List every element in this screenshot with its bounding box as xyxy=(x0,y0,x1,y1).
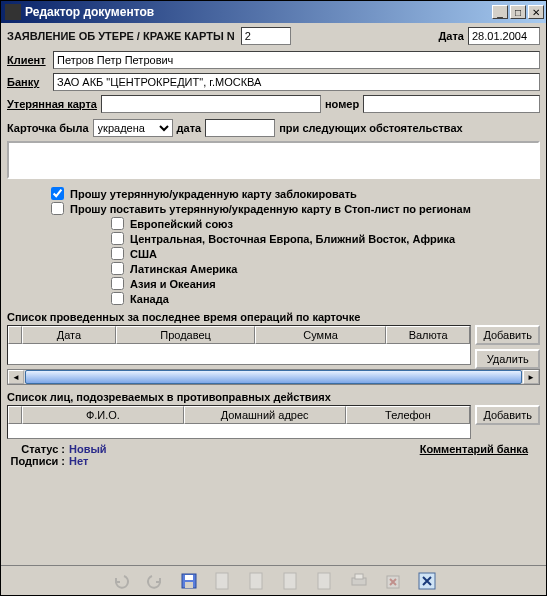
date-input[interactable] xyxy=(468,27,540,45)
form-content: ЗАЯВЛЕНИЕ ОБ УТЕРЕ / КРАЖЕ КАРТЫ N Дата … xyxy=(1,23,546,565)
undo-icon[interactable] xyxy=(111,571,131,591)
scroll-left-icon[interactable]: ◄ xyxy=(8,370,24,384)
svg-rect-8 xyxy=(355,574,363,579)
sign-value: Нет xyxy=(67,455,88,467)
suspects-grid[interactable]: Ф.И.О. Домашний адрес Телефон xyxy=(7,405,471,439)
stoplist-checkbox[interactable] xyxy=(51,202,64,215)
ops-grid[interactable]: Дата Продавец Сумма Валюта xyxy=(7,325,471,365)
region-label: США xyxy=(130,248,157,260)
svg-rect-5 xyxy=(284,573,296,589)
region-eu-checkbox[interactable] xyxy=(111,217,124,230)
lostcard-input[interactable] xyxy=(101,95,321,113)
svg-rect-2 xyxy=(185,582,193,588)
svg-rect-4 xyxy=(250,573,262,589)
ops-col-sum: Сумма xyxy=(255,326,385,344)
cancel-icon[interactable] xyxy=(417,571,437,591)
region-latam-checkbox[interactable] xyxy=(111,262,124,275)
client-label: Клиент xyxy=(7,54,49,66)
ops-hscrollbar[interactable]: ◄ ► xyxy=(7,369,540,385)
sign-label: Подписи : xyxy=(7,455,67,467)
print-icon[interactable] xyxy=(349,571,369,591)
sus-col-addr: Домашний адрес xyxy=(184,406,346,424)
block-checkbox[interactable] xyxy=(51,187,64,200)
save-icon[interactable] xyxy=(179,571,199,591)
sus-col-fio: Ф.И.О. xyxy=(22,406,184,424)
scroll-right-icon[interactable]: ► xyxy=(523,370,539,384)
delete-icon[interactable] xyxy=(383,571,403,591)
comment-link[interactable]: Комментарий банка xyxy=(420,443,528,455)
stoplist-label: Прошу поставить утерянную/украденную кар… xyxy=(70,203,471,215)
region-asia-checkbox[interactable] xyxy=(111,277,124,290)
card-was-select[interactable]: украдена xyxy=(93,119,173,137)
suspects-title: Список лиц, подозреваемых в противоправн… xyxy=(7,391,540,403)
close-button[interactable]: ✕ xyxy=(528,5,544,19)
toolbar xyxy=(1,565,546,595)
region-label: Латинская Америка xyxy=(130,263,237,275)
client-input[interactable] xyxy=(53,51,540,69)
svg-rect-6 xyxy=(318,573,330,589)
svg-rect-1 xyxy=(185,575,193,580)
region-label: Центральная, Восточная Европа, Ближний В… xyxy=(130,233,455,245)
doc2-icon[interactable] xyxy=(247,571,267,591)
block-label: Прошу утерянную/украденную карту заблоки… xyxy=(70,188,357,200)
redo-icon[interactable] xyxy=(145,571,165,591)
ops-del-button[interactable]: Удалить xyxy=(475,349,540,369)
ops-col-date: Дата xyxy=(22,326,116,344)
form-title: ЗАЯВЛЕНИЕ ОБ УТЕРЕ / КРАЖЕ КАРТЫ N xyxy=(7,30,235,42)
ops-add-button[interactable]: Добавить xyxy=(475,325,540,345)
region-label: Канада xyxy=(130,293,169,305)
bank-input[interactable] xyxy=(53,73,540,91)
circumstances-memo[interactable] xyxy=(7,141,540,179)
ops-col-seller: Продавец xyxy=(116,326,256,344)
region-usa-checkbox[interactable] xyxy=(111,247,124,260)
status-value: Новый xyxy=(67,443,107,455)
region-label: Европейский союз xyxy=(130,218,233,230)
circ-date-label: дата xyxy=(177,122,202,134)
maximize-button[interactable]: □ xyxy=(510,5,526,19)
number-label: номер xyxy=(325,98,359,110)
region-canada-checkbox[interactable] xyxy=(111,292,124,305)
svg-rect-3 xyxy=(216,573,228,589)
ops-title: Список проведенных за последнее время оп… xyxy=(7,311,540,323)
card-number-input[interactable] xyxy=(241,27,291,45)
app-icon xyxy=(5,4,21,20)
ops-col-curr: Валюта xyxy=(386,326,471,344)
circ-tail-label: при следующих обстоятельствах xyxy=(279,122,462,134)
sus-col-tel: Телефон xyxy=(346,406,471,424)
suspects-add-button[interactable]: Добавить xyxy=(475,405,540,425)
bank-label: Банку xyxy=(7,76,49,88)
card-was-label: Карточка была xyxy=(7,122,89,134)
window: Редактор документов _ □ ✕ ЗАЯВЛЕНИЕ ОБ У… xyxy=(0,0,547,596)
lostcard-label: Утерянная карта xyxy=(7,98,97,110)
region-cee-checkbox[interactable] xyxy=(111,232,124,245)
window-title: Редактор документов xyxy=(25,5,490,19)
date-label: Дата xyxy=(439,30,464,42)
doc1-icon[interactable] xyxy=(213,571,233,591)
scroll-thumb[interactable] xyxy=(25,370,522,384)
circ-date-input[interactable] xyxy=(205,119,275,137)
doc3-icon[interactable] xyxy=(281,571,301,591)
doc4-icon[interactable] xyxy=(315,571,335,591)
status-label: Статус : xyxy=(7,443,67,455)
minimize-button[interactable]: _ xyxy=(492,5,508,19)
region-label: Азия и Океания xyxy=(130,278,216,290)
titlebar: Редактор документов _ □ ✕ xyxy=(1,1,546,23)
number-input[interactable] xyxy=(363,95,540,113)
